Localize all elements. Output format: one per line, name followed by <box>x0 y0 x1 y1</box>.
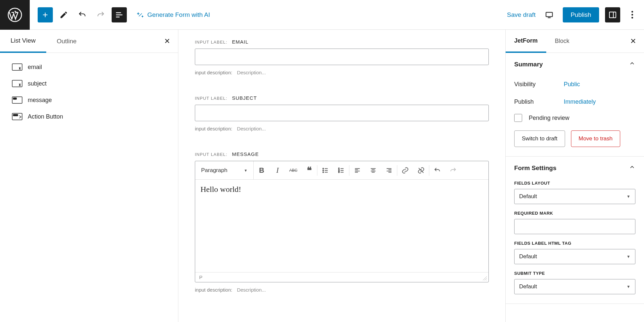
svg-rect-3 <box>12 64 22 70</box>
input-description-placeholder[interactable]: Description... <box>237 70 266 75</box>
tab-jetform[interactable]: JetForm <box>506 30 546 53</box>
form-settings-header[interactable]: Form Settings <box>506 157 644 179</box>
align-right-button[interactable] <box>381 161 397 179</box>
save-draft-button[interactable]: Save draft <box>507 11 536 18</box>
svg-rect-8 <box>13 114 18 116</box>
chevron-up-icon <box>629 60 635 68</box>
publish-button[interactable]: Publish <box>563 7 599 22</box>
svg-rect-1 <box>546 12 553 17</box>
italic-button[interactable]: I <box>269 161 285 179</box>
list-item[interactable]: message <box>0 92 178 108</box>
submit-type-label: SUBMIT TYPE <box>514 271 635 276</box>
email-input[interactable] <box>195 49 489 65</box>
editor-topbar: + Generate Form with AI Save draft Publi… <box>0 0 644 30</box>
tab-block[interactable]: Block <box>546 30 578 53</box>
preview-button[interactable] <box>542 7 557 22</box>
generate-form-ai-label: Generate Form with AI <box>147 11 210 18</box>
settings-sidebar-button[interactable] <box>605 7 620 22</box>
list-item-label: Action Button <box>28 113 63 120</box>
redo-button[interactable] <box>93 7 108 22</box>
more-options-button[interactable] <box>626 9 638 21</box>
wordpress-logo[interactable] <box>0 0 30 30</box>
svg-point-11 <box>323 172 324 173</box>
subject-input[interactable] <box>195 105 489 121</box>
input-label-prefix: INPUT LABEL: <box>195 40 227 45</box>
input-label-prefix: INPUT LABEL: <box>195 96 227 101</box>
input-description-prefix: input description: <box>195 70 232 75</box>
text-field-icon <box>12 80 22 87</box>
wysiwyg-content[interactable]: Hello world! <box>195 180 488 272</box>
settings-sidebar: JetForm Block ✕ Summary Visibility Publi… <box>505 30 644 322</box>
wysiwyg-toolbar: Paragraph ▼ B I ABC ❝ 123 <box>195 161 488 180</box>
input-label-value[interactable]: SUBJECT <box>232 95 257 101</box>
visibility-label: Visibility <box>514 81 564 88</box>
required-mark-input[interactable] <box>514 219 635 234</box>
vertical-dots-icon <box>631 11 633 18</box>
input-label-value[interactable]: MESSAGE <box>232 151 259 157</box>
align-center-button[interactable] <box>365 161 381 179</box>
bold-button[interactable]: B <box>254 161 269 179</box>
pending-review-label: Pending review <box>529 115 569 122</box>
link-button[interactable] <box>397 161 413 179</box>
close-sidebar-button[interactable]: ✕ <box>622 37 644 46</box>
visibility-value[interactable]: Public <box>564 81 580 88</box>
list-item-label: subject <box>28 80 47 87</box>
publish-label: Publish <box>514 98 564 105</box>
editor-canvas: INPUT LABEL: EMAIL input description: De… <box>178 30 505 322</box>
chevron-down-icon: ▼ <box>626 194 630 199</box>
svg-text:3: 3 <box>339 171 340 173</box>
form-settings-panel: Form Settings FIELDS LAYOUT Default ▼ RE… <box>506 157 644 304</box>
summary-header[interactable]: Summary <box>506 53 644 76</box>
numbered-list-button[interactable]: 123 <box>333 161 349 179</box>
input-description-prefix: input description: <box>195 287 232 293</box>
input-description-placeholder[interactable]: Description... <box>237 287 266 293</box>
bullet-list-button[interactable] <box>317 161 333 179</box>
fields-layout-label: FIELDS LAYOUT <box>514 181 635 186</box>
tab-outline[interactable]: Outline <box>46 30 87 53</box>
input-description-placeholder[interactable]: Description... <box>237 126 266 131</box>
fields-label-tag-select[interactable]: Default ▼ <box>514 249 635 264</box>
input-description-prefix: input description: <box>195 126 232 131</box>
submit-type-select[interactable]: Default ▼ <box>514 279 635 294</box>
blockquote-button[interactable]: ❝ <box>301 161 317 179</box>
format-selector[interactable]: Paragraph ▼ <box>195 161 254 179</box>
chevron-up-icon <box>629 164 635 172</box>
svg-rect-6 <box>13 98 17 99</box>
svg-rect-4 <box>12 80 22 87</box>
generate-form-ai-button[interactable]: Generate Form with AI <box>137 11 210 18</box>
editor-undo-button[interactable] <box>429 161 445 179</box>
document-overview-button[interactable] <box>112 7 127 22</box>
move-to-trash-button[interactable]: Move to trash <box>571 130 620 147</box>
magic-wand-icon <box>137 11 144 18</box>
resize-handle-icon[interactable] <box>483 276 487 281</box>
switch-to-draft-button[interactable]: Switch to draft <box>514 130 565 147</box>
publish-value[interactable]: Immediately <box>564 98 596 105</box>
required-mark-label: REQUIRED MARK <box>514 211 635 216</box>
summary-panel: Summary Visibility Public Publish Immedi… <box>506 53 644 157</box>
unlink-button[interactable] <box>413 161 429 179</box>
strikethrough-button[interactable]: ABC <box>285 161 301 179</box>
svg-point-10 <box>323 170 324 171</box>
add-block-button[interactable]: + <box>38 7 53 22</box>
edit-button[interactable] <box>56 7 71 22</box>
form-field-message[interactable]: INPUT LABEL: MESSAGE Paragraph ▼ B I ABC… <box>195 151 489 293</box>
form-field-email[interactable]: INPUT LABEL: EMAIL input description: De… <box>195 39 489 75</box>
form-field-subject[interactable]: INPUT LABEL: SUBJECT input description: … <box>195 95 489 131</box>
close-overview-button[interactable]: ✕ <box>156 37 178 46</box>
format-selector-label: Paragraph <box>201 167 227 174</box>
tab-list-view[interactable]: List View <box>0 30 46 53</box>
pending-review-checkbox[interactable] <box>514 114 522 122</box>
list-item[interactable]: subject <box>0 75 178 92</box>
align-left-button[interactable] <box>349 161 365 179</box>
list-item-label: message <box>28 97 52 104</box>
editor-redo-button[interactable] <box>445 161 461 179</box>
fields-layout-select[interactable]: Default ▼ <box>514 189 635 204</box>
wysiwyg-icon <box>12 96 22 104</box>
list-item[interactable]: email <box>0 59 178 75</box>
list-item[interactable]: Action Button <box>0 108 178 125</box>
caret-down-icon: ▼ <box>244 168 247 172</box>
list-item-label: email <box>28 64 42 71</box>
input-label-value[interactable]: EMAIL <box>232 39 248 45</box>
undo-button[interactable] <box>75 7 90 22</box>
text-field-icon <box>12 63 22 71</box>
